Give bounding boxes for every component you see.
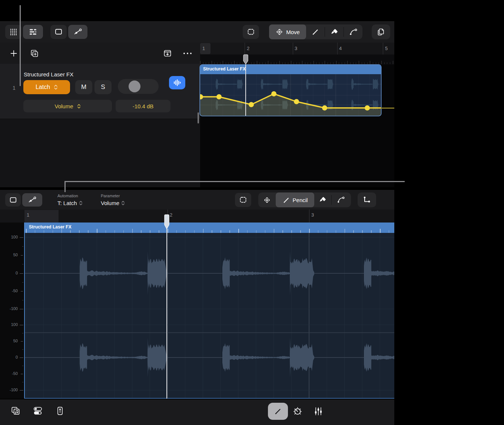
duplicate-track-button[interactable] <box>28 47 41 60</box>
editor-tool-move[interactable] <box>258 192 276 207</box>
region-header[interactable]: Structured Laser FX <box>200 65 381 74</box>
ruler-tick <box>302 61 302 64</box>
ruler-tick <box>319 62 319 64</box>
grid-view-icon <box>9 28 17 36</box>
panel-splitter-handle[interactable] <box>198 112 199 123</box>
ruler-tick <box>282 62 283 64</box>
header-tick <box>141 230 142 233</box>
playhead-line-editor[interactable] <box>166 223 167 399</box>
automation-point[interactable] <box>249 102 254 107</box>
header-tick <box>35 230 36 233</box>
ruler-tick <box>223 61 223 64</box>
track-name[interactable]: Structured Laser FX <box>24 71 73 78</box>
smart-controls-button[interactable] <box>32 405 44 417</box>
automation-point[interactable] <box>216 94 222 99</box>
bezier-icon <box>337 196 345 204</box>
cell-edit-button[interactable] <box>291 405 304 418</box>
import-tray-button[interactable] <box>162 48 173 59</box>
editor-ruler[interactable] <box>0 210 394 223</box>
grid-view-button[interactable] <box>5 25 21 39</box>
header-tick <box>256 230 257 233</box>
ruler-tick <box>288 62 288 64</box>
automation-type-dropdown[interactable]: T: Latch <box>57 200 83 206</box>
import-tray-icon <box>163 49 172 58</box>
editor-tool-pencil[interactable]: Pencil <box>276 192 314 207</box>
ruler-tick <box>387 62 387 64</box>
editor-parameter-dropdown[interactable]: Volume <box>101 200 125 206</box>
header-tick <box>300 230 301 233</box>
y-axis-tick <box>21 374 23 374</box>
region-waveform-automation[interactable] <box>200 74 381 116</box>
header-tick <box>274 229 275 233</box>
ruler-tick <box>373 62 373 64</box>
parameter-dropdown[interactable]: Volume <box>23 100 112 112</box>
editor-waveform-area[interactable] <box>24 233 394 399</box>
marquee-mode-button[interactable] <box>50 25 67 39</box>
playhead-handle-top[interactable] <box>243 54 249 65</box>
editor-tool-bezier[interactable] <box>332 192 350 207</box>
parameter-value: -10.4 dB <box>133 103 154 109</box>
top-tools-segmented: Move <box>269 24 362 39</box>
editor-region-header[interactable]: Structured Laser FX <box>24 223 394 233</box>
solo-button[interactable]: S <box>94 80 112 94</box>
ruler-tick <box>367 62 368 64</box>
play-surface-button[interactable] <box>54 405 66 417</box>
automation-point[interactable] <box>322 105 327 111</box>
edit-mode-button[interactable] <box>268 403 288 420</box>
mixer-button[interactable] <box>312 405 325 418</box>
marquee-select-button[interactable] <box>243 25 259 39</box>
y-axis-tick <box>20 237 23 238</box>
playhead-line-top[interactable] <box>245 65 246 116</box>
editor-automation-mode-button[interactable] <box>22 193 42 207</box>
move-tool-label: Move <box>286 29 300 35</box>
track-editor-button[interactable] <box>169 76 185 89</box>
fader-knob[interactable] <box>129 80 140 92</box>
ruler-tick <box>345 62 345 64</box>
automation-point[interactable] <box>365 105 370 111</box>
ruler-barline <box>337 43 338 55</box>
playhead-handle-editor[interactable] <box>164 214 170 230</box>
header-tick <box>371 230 372 233</box>
marquee-select-icon <box>246 27 255 36</box>
parameter-value-field[interactable]: -10.4 dB <box>116 100 170 112</box>
ruler-tick <box>325 61 325 64</box>
track-fader-slider[interactable] <box>118 79 159 94</box>
mute-label: M <box>81 83 86 91</box>
tool-pencil[interactable] <box>306 24 325 39</box>
track-number: 1 <box>10 85 18 91</box>
tool-bezier[interactable] <box>344 24 362 39</box>
add-track-button[interactable] <box>7 47 20 60</box>
tool-move[interactable]: Move <box>269 24 306 39</box>
mute-button[interactable]: M <box>75 80 92 94</box>
marquee-select-icon <box>239 195 248 204</box>
ruler-tick <box>214 62 215 64</box>
tracks-view-button[interactable] <box>23 25 43 39</box>
automation-point[interactable] <box>294 99 299 104</box>
automation-point[interactable] <box>271 91 276 96</box>
header-tick <box>106 230 106 233</box>
ruler-tick <box>237 62 237 64</box>
step-automation-button[interactable] <box>358 192 376 207</box>
automation-mode-button[interactable] <box>68 25 87 39</box>
bezier-icon <box>349 28 358 36</box>
copy-button[interactable] <box>372 24 390 39</box>
editor-marquee-select-button[interactable] <box>235 193 251 207</box>
loop-browser-button[interactable] <box>10 405 21 417</box>
editor-tool-brush[interactable] <box>314 192 331 207</box>
parameter-label: Parameter <box>101 194 120 198</box>
logic-ui: Move <box>0 0 394 425</box>
header-tick <box>53 230 53 233</box>
automation-mode-dropdown[interactable]: Latch <box>23 80 70 94</box>
ruler-tick <box>268 61 268 64</box>
editor-marquee-mode-button[interactable] <box>5 193 21 207</box>
track-options-button[interactable] <box>181 49 194 58</box>
automation-mode-value: Latch <box>36 84 50 90</box>
arrange-region[interactable]: Structured Laser FX <box>200 65 381 116</box>
faders-icon <box>313 406 324 417</box>
editor-region-left-border <box>24 223 25 399</box>
header-tick <box>291 230 292 233</box>
chevron-updown-icon <box>54 84 58 90</box>
waveform-icon <box>173 78 182 87</box>
tool-brush[interactable] <box>325 24 344 39</box>
y-axis-label: 100 <box>3 235 18 239</box>
